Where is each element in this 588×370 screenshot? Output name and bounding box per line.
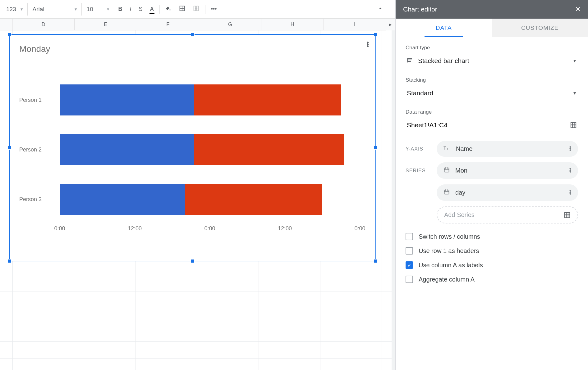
- switch-rows-columns-checkbox[interactable]: Switch rows / columns: [406, 233, 578, 240]
- resize-handle-top-right[interactable]: [374, 33, 378, 36]
- stacking-value: Standard: [407, 89, 433, 97]
- more-icon[interactable]: •••: [569, 190, 571, 195]
- check-label: Use column A as labels: [419, 262, 483, 269]
- borders-button[interactable]: [176, 3, 188, 16]
- chart-object[interactable]: Monday ••• Person 1: [9, 34, 376, 261]
- collapse-toolbar-button[interactable]: [374, 3, 387, 16]
- checkbox-unchecked-icon: [406, 276, 413, 283]
- italic-button[interactable]: I: [127, 3, 135, 16]
- x-axis-tick: 0:00: [354, 225, 365, 232]
- svg-text:T: T: [447, 147, 448, 150]
- x-axis-tick: 12:00: [128, 225, 142, 232]
- bar-stack[interactable]: [60, 84, 341, 115]
- column-scroll-right[interactable]: ▶: [386, 19, 395, 30]
- separator: [205, 5, 205, 14]
- font-family-dropdown[interactable]: Arial ▼: [29, 3, 82, 16]
- close-button[interactable]: ✕: [575, 5, 581, 13]
- paint-bucket-icon: [165, 5, 172, 13]
- chevron-up-icon: [377, 5, 384, 13]
- y-axis-value: Name: [456, 145, 472, 152]
- chart-menu-button[interactable]: •••: [366, 42, 369, 47]
- select-all-corner[interactable]: [0, 19, 12, 30]
- column-header[interactable]: D: [12, 19, 75, 30]
- borders-icon: [179, 5, 185, 13]
- more-button[interactable]: •••: [208, 3, 220, 16]
- bar-category-label: Person 1: [19, 97, 53, 103]
- vertical-scrollbar[interactable]: [392, 30, 395, 370]
- chart-title[interactable]: Monday: [10, 35, 375, 54]
- bar-category-label: Person 2: [19, 147, 53, 153]
- bar-stack[interactable]: [60, 134, 344, 165]
- data-range-input[interactable]: Sheet1!A1:C4: [406, 118, 578, 132]
- stacking-label: Stacking: [406, 77, 578, 83]
- use-row1-headers-checkbox[interactable]: Use row 1 as headers: [406, 247, 578, 255]
- svg-text:T: T: [443, 146, 446, 151]
- aggregate-colA-checkbox[interactable]: Aggregate column A: [406, 276, 578, 283]
- select-range-icon[interactable]: [570, 122, 577, 129]
- series-pill[interactable]: Mon •••: [437, 162, 578, 179]
- svg-rect-13: [444, 168, 449, 172]
- add-series-button[interactable]: Add Series: [437, 206, 578, 223]
- tab-data[interactable]: DATA: [396, 19, 492, 37]
- bar-stack[interactable]: [60, 184, 322, 215]
- stacking-dropdown[interactable]: Standard ▼: [406, 86, 578, 100]
- merge-cells-button[interactable]: [190, 3, 203, 16]
- resize-handle-bot-right[interactable]: [374, 259, 378, 263]
- text-color-button[interactable]: A: [147, 3, 157, 16]
- series-pill[interactable]: day •••: [437, 184, 578, 201]
- bar-segment-day[interactable]: [194, 84, 341, 115]
- resize-handle-bot-left[interactable]: [8, 259, 11, 263]
- bar-segment-mon[interactable]: [60, 134, 194, 165]
- resize-handle-mid-right[interactable]: [374, 146, 378, 150]
- select-range-icon: [564, 212, 571, 219]
- y-axis-pill[interactable]: TT Name •••: [437, 141, 578, 157]
- text-color-icon: A: [150, 6, 154, 12]
- bar-segment-day[interactable]: [194, 134, 344, 165]
- more-icon[interactable]: •••: [569, 147, 571, 151]
- bar-segment-mon[interactable]: [60, 84, 194, 115]
- stacked-bar-icon: [407, 57, 414, 65]
- column-header[interactable]: F: [137, 19, 199, 30]
- column-header[interactable]: H: [261, 19, 324, 30]
- bar-segment-day[interactable]: [185, 184, 323, 215]
- bar-row: Person 2: [60, 134, 360, 165]
- chevron-down-icon: ▼: [572, 91, 577, 96]
- column-header[interactable]: I: [324, 19, 386, 30]
- font-size-dropdown[interactable]: 10 ▼: [83, 3, 114, 16]
- chart-plot-area: Person 1 Person 2 Person 3: [19, 66, 366, 242]
- tab-customize[interactable]: CUSTOMIZE: [492, 19, 588, 37]
- text-icon: TT: [443, 145, 450, 152]
- checkbox-unchecked-icon: [406, 247, 413, 255]
- chevron-down-icon: ▼: [20, 7, 24, 11]
- more-icon[interactable]: •••: [569, 168, 571, 173]
- use-colA-labels-checkbox[interactable]: ✓ Use column A as labels: [406, 261, 578, 269]
- svg-rect-5: [408, 61, 411, 62]
- checkbox-unchecked-icon: [406, 233, 413, 240]
- resize-handle-mid-left[interactable]: [8, 146, 11, 150]
- resize-handle-top-left[interactable]: [8, 33, 11, 36]
- fill-color-button[interactable]: [162, 3, 175, 16]
- svg-rect-6: [571, 123, 576, 128]
- check-label: Switch rows / columns: [419, 233, 480, 240]
- resize-handle-bot-mid[interactable]: [191, 259, 195, 263]
- svg-rect-4: [408, 58, 412, 60]
- svg-rect-17: [444, 190, 449, 194]
- bold-button[interactable]: B: [115, 3, 126, 16]
- chart-type-label: Chart type: [406, 45, 578, 51]
- chart-type-dropdown[interactable]: Stacked bar chart ▼: [406, 54, 578, 68]
- number-format-label: 123: [6, 6, 16, 13]
- svg-rect-21: [565, 212, 570, 218]
- number-format-dropdown[interactable]: 123 ▼: [2, 3, 28, 16]
- series-section-label: SERIES: [406, 168, 430, 174]
- resize-handle-top-mid[interactable]: [191, 33, 195, 36]
- font-size-label: 10: [87, 6, 93, 13]
- bar-category-label: Person 3: [19, 196, 53, 203]
- column-header[interactable]: G: [199, 19, 261, 30]
- chevron-down-icon: ▼: [74, 7, 78, 11]
- column-header[interactable]: E: [75, 19, 137, 30]
- font-family-label: Arial: [33, 6, 44, 13]
- bar-row: Person 1: [60, 84, 360, 115]
- strikethrough-button[interactable]: S: [136, 3, 146, 16]
- gridline: [360, 66, 360, 227]
- bar-segment-mon[interactable]: [60, 184, 185, 215]
